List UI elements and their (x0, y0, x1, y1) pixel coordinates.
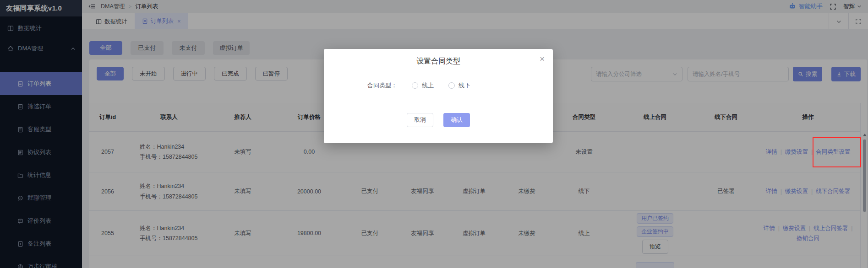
set-contract-type-dialog: 设置合同类型 × 合同类型： 线上 线下 取消 确认 (324, 49, 553, 143)
dialog-body: 合同类型： 线上 线下 (367, 81, 470, 90)
dialog-title: 设置合同类型 (324, 49, 553, 66)
click-highlight-box (813, 137, 861, 167)
radio-online[interactable]: 线上 (412, 81, 434, 90)
radio-offline-label: 线下 (459, 81, 470, 90)
close-icon[interactable]: × (540, 54, 545, 63)
radio-circle-icon (412, 82, 418, 89)
dialog-footer: 取消 确认 (324, 113, 553, 127)
radio-circle-icon (448, 82, 455, 89)
confirm-button[interactable]: 确认 (443, 113, 470, 127)
radio-online-label: 线上 (422, 81, 434, 90)
radio-offline[interactable]: 线下 (448, 81, 470, 90)
app-window: 友福同享系统v1.0 数据统计 DMA管理 订单列表 筛选订单 (0, 0, 868, 268)
contract-type-field-label: 合同类型： (367, 81, 397, 90)
cancel-button[interactable]: 取消 (407, 113, 433, 127)
